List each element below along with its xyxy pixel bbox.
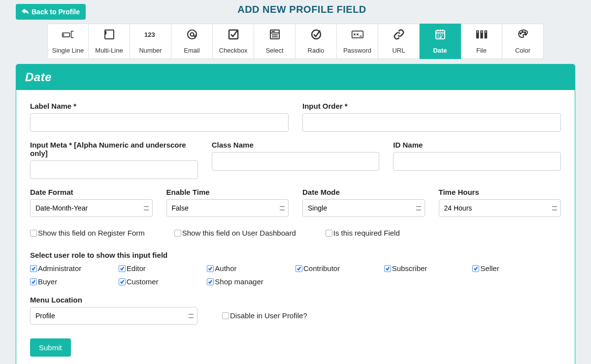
checkbox-icon xyxy=(296,265,302,272)
svg-point-32 xyxy=(437,36,438,37)
role-label: Shop manager xyxy=(215,277,263,286)
radio-icon xyxy=(310,29,323,42)
tab-label: Single Line xyxy=(52,47,84,54)
role-label: Subscriber xyxy=(392,264,427,273)
date-format-select[interactable]: Date-Month-Year xyxy=(30,199,153,217)
input-order-input[interactable] xyxy=(302,113,561,132)
show-on-register-label: Show this field on Register Form xyxy=(38,229,145,237)
roles-section-label: Select user role to show this input fiel… xyxy=(30,251,561,259)
date-mode-label: Date Mode xyxy=(302,188,425,196)
show-on-register-checkbox[interactable]: Show this field on Register Form xyxy=(30,229,145,237)
back-to-profile-button[interactable]: Back to Profile xyxy=(16,4,86,20)
single-line-icon xyxy=(62,29,74,42)
role-label: Contributor xyxy=(303,264,340,273)
enable-time-label: Enable Time xyxy=(166,188,289,196)
role-label: Buyer xyxy=(38,277,57,286)
class-name-input[interactable] xyxy=(212,152,380,171)
tab-color[interactable]: Color xyxy=(502,24,544,59)
tab-label: Number xyxy=(139,47,162,54)
id-name-input[interactable] xyxy=(393,152,561,171)
tab-date[interactable]: Date xyxy=(420,24,461,59)
svg-point-30 xyxy=(439,34,440,35)
tab-number[interactable]: 123Number xyxy=(130,24,171,59)
tab-select[interactable]: Select xyxy=(254,24,296,59)
tab-radio[interactable]: Radio xyxy=(296,24,337,59)
disable-in-profile-checkbox[interactable]: Disable in User Profile? xyxy=(222,311,307,320)
tab-password[interactable]: Password xyxy=(337,24,378,59)
checkbox-icon xyxy=(472,265,479,272)
multi-line-icon xyxy=(103,29,116,42)
tab-label: Color xyxy=(515,47,530,54)
input-meta-input[interactable] xyxy=(30,160,198,179)
show-on-dashboard-checkbox[interactable]: Show this field on User Dashboard xyxy=(174,229,296,237)
tab-file[interactable]: File xyxy=(461,24,502,59)
role-label: Editor xyxy=(127,264,146,273)
role-label: Administrator xyxy=(38,264,81,273)
input-order-label: Input Order * xyxy=(302,102,561,110)
enable-time-select[interactable]: False xyxy=(166,199,289,217)
checkbox-icon xyxy=(227,29,240,42)
tab-label: Radio xyxy=(308,47,325,54)
role-label: Customer xyxy=(127,277,159,286)
tab-label: Multi-Line xyxy=(95,47,123,54)
tab-label: Select xyxy=(265,47,283,54)
label-name-label: Label Name * xyxy=(30,102,289,110)
time-hours-label: Time Hours xyxy=(439,188,561,196)
tab-label: Email xyxy=(184,47,200,54)
role-label: Author xyxy=(215,264,236,273)
tab-label: File xyxy=(476,47,487,54)
role-checkbox-subscriber[interactable]: Subscriber xyxy=(384,264,473,273)
reply-arrow-icon xyxy=(22,8,29,16)
password-icon xyxy=(351,29,364,42)
svg-point-41 xyxy=(524,32,525,33)
checkbox-icon xyxy=(384,265,391,272)
role-checkbox-administrator[interactable]: Administrator xyxy=(30,264,119,273)
role-checkbox-editor[interactable]: Editor xyxy=(119,264,207,273)
svg-point-9 xyxy=(188,30,197,39)
svg-point-29 xyxy=(437,34,438,35)
tab-checkbox[interactable]: Checkbox xyxy=(213,24,254,59)
tab-label: Password xyxy=(343,47,371,54)
checkbox-icon xyxy=(207,265,214,272)
number-icon: 123 xyxy=(144,29,157,42)
color-icon xyxy=(517,29,529,42)
panel-title: Date xyxy=(16,64,575,90)
required-field-label: Is this required Field xyxy=(333,229,400,237)
menu-location-select[interactable]: Profile xyxy=(30,307,197,325)
checkbox-icon xyxy=(30,278,37,285)
svg-rect-38 xyxy=(485,31,486,33)
date-format-label: Date Format xyxy=(30,188,153,196)
select-icon xyxy=(268,29,281,42)
tab-url[interactable]: URL xyxy=(378,24,420,59)
checkbox-icon xyxy=(207,278,214,285)
tab-multi-line[interactable]: Multi-Line xyxy=(89,24,130,59)
date-mode-select[interactable]: Single xyxy=(302,199,425,217)
input-meta-label: Input Meta * [Alpha Numeric and undersco… xyxy=(30,141,198,157)
tab-label: URL xyxy=(392,47,405,54)
date-icon xyxy=(434,29,447,42)
role-checkbox-customer[interactable]: Customer xyxy=(119,277,207,286)
svg-text:123: 123 xyxy=(144,31,155,38)
role-checkbox-contributor[interactable]: Contributor xyxy=(296,264,384,273)
submit-button[interactable]: Submit xyxy=(30,338,71,357)
svg-point-31 xyxy=(442,34,443,35)
class-name-label: Class Name xyxy=(212,141,380,149)
svg-point-42 xyxy=(525,34,526,35)
svg-rect-36 xyxy=(481,31,482,33)
email-icon xyxy=(186,29,198,42)
tab-single-line[interactable]: Single Line xyxy=(47,24,89,59)
label-name-input[interactable] xyxy=(30,113,289,132)
form-panel: Date Label Name * Input Order * Input Me… xyxy=(16,64,575,364)
file-icon xyxy=(475,29,488,42)
back-to-profile-label: Back to Profile xyxy=(32,8,80,16)
time-hours-select[interactable]: 24 Hours xyxy=(439,199,561,217)
role-checkbox-seller[interactable]: Seller xyxy=(472,264,561,273)
tab-email[interactable]: Email xyxy=(171,24,213,59)
role-checkbox-author[interactable]: Author xyxy=(207,264,296,273)
role-checkbox-shop-manager[interactable]: Shop manager xyxy=(207,277,296,286)
svg-rect-34 xyxy=(477,31,478,33)
required-field-checkbox[interactable]: Is this required Field xyxy=(326,229,400,237)
role-checkbox-buyer[interactable]: Buyer xyxy=(30,277,119,286)
checkbox-icon xyxy=(119,265,126,272)
disable-in-profile-label: Disable in User Profile? xyxy=(230,311,307,320)
